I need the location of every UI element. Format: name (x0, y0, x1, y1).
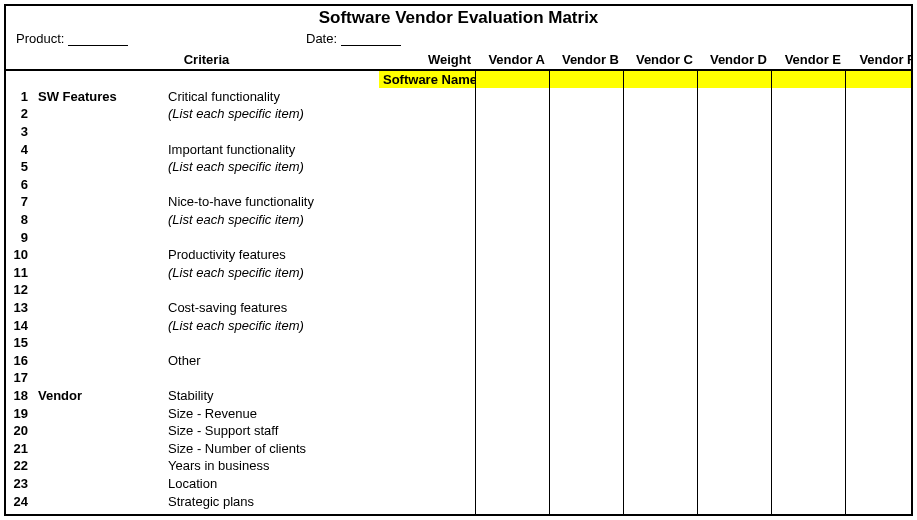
vendor-cell[interactable] (549, 281, 623, 299)
vendor-cell[interactable] (771, 228, 845, 246)
vendor-cell[interactable] (697, 158, 771, 176)
weight-cell[interactable] (379, 140, 475, 158)
vendor-cell[interactable] (771, 193, 845, 211)
vendor-cell[interactable] (697, 123, 771, 141)
vendor-cell[interactable] (845, 439, 913, 457)
vendor-cell[interactable] (623, 105, 697, 123)
vendor-cell[interactable] (475, 387, 549, 405)
vendor-cell[interactable] (845, 281, 913, 299)
vendor-cell[interactable] (771, 492, 845, 510)
vendor-cell[interactable] (771, 369, 845, 387)
vendor-cell[interactable] (623, 264, 697, 282)
vendor-cell[interactable] (549, 246, 623, 264)
vendor-cell[interactable] (771, 123, 845, 141)
vendor-cell[interactable] (475, 176, 549, 194)
software-name-vendor-e[interactable] (771, 70, 845, 88)
vendor-cell[interactable] (549, 88, 623, 106)
vendor-cell[interactable] (845, 352, 913, 370)
vendor-cell[interactable] (697, 246, 771, 264)
vendor-cell[interactable] (623, 123, 697, 141)
vendor-cell[interactable] (549, 404, 623, 422)
vendor-cell[interactable] (475, 369, 549, 387)
weight-cell[interactable] (379, 404, 475, 422)
weight-cell[interactable] (379, 176, 475, 194)
vendor-cell[interactable] (475, 105, 549, 123)
vendor-cell[interactable] (623, 211, 697, 229)
vendor-cell[interactable] (697, 264, 771, 282)
vendor-cell[interactable] (549, 105, 623, 123)
vendor-cell[interactable] (845, 105, 913, 123)
vendor-cell[interactable] (771, 176, 845, 194)
vendor-cell[interactable] (623, 492, 697, 510)
vendor-cell[interactable] (623, 387, 697, 405)
vendor-cell[interactable] (845, 123, 913, 141)
vendor-cell[interactable] (623, 140, 697, 158)
vendor-cell[interactable] (845, 404, 913, 422)
vendor-cell[interactable] (845, 246, 913, 264)
vendor-cell[interactable] (475, 475, 549, 493)
vendor-cell[interactable] (549, 510, 623, 516)
vendor-cell[interactable] (771, 299, 845, 317)
weight-cell[interactable] (379, 246, 475, 264)
vendor-cell[interactable] (475, 123, 549, 141)
vendor-cell[interactable] (623, 193, 697, 211)
vendor-cell[interactable] (771, 211, 845, 229)
vendor-cell[interactable] (623, 246, 697, 264)
vendor-cell[interactable] (549, 228, 623, 246)
vendor-cell[interactable] (697, 369, 771, 387)
vendor-cell[interactable] (845, 369, 913, 387)
vendor-cell[interactable] (697, 352, 771, 370)
vendor-cell[interactable] (771, 510, 845, 516)
vendor-cell[interactable] (845, 299, 913, 317)
vendor-cell[interactable] (623, 158, 697, 176)
vendor-cell[interactable] (475, 140, 549, 158)
vendor-cell[interactable] (845, 457, 913, 475)
vendor-cell[interactable] (697, 281, 771, 299)
vendor-cell[interactable] (549, 176, 623, 194)
vendor-cell[interactable] (771, 475, 845, 493)
vendor-cell[interactable] (845, 475, 913, 493)
vendor-cell[interactable] (549, 299, 623, 317)
vendor-cell[interactable] (697, 105, 771, 123)
vendor-cell[interactable] (845, 176, 913, 194)
vendor-cell[interactable] (771, 88, 845, 106)
vendor-cell[interactable] (845, 334, 913, 352)
vendor-cell[interactable] (549, 316, 623, 334)
vendor-cell[interactable] (475, 193, 549, 211)
vendor-cell[interactable] (475, 352, 549, 370)
vendor-cell[interactable] (549, 193, 623, 211)
weight-cell[interactable] (379, 299, 475, 317)
vendor-cell[interactable] (623, 404, 697, 422)
software-name-vendor-c[interactable] (623, 70, 697, 88)
vendor-cell[interactable] (475, 404, 549, 422)
vendor-cell[interactable] (475, 228, 549, 246)
weight-cell[interactable] (379, 439, 475, 457)
vendor-cell[interactable] (771, 387, 845, 405)
vendor-cell[interactable] (697, 404, 771, 422)
vendor-cell[interactable] (623, 369, 697, 387)
vendor-cell[interactable] (771, 334, 845, 352)
weight-cell[interactable] (379, 352, 475, 370)
vendor-cell[interactable] (771, 457, 845, 475)
vendor-cell[interactable] (845, 211, 913, 229)
vendor-cell[interactable] (771, 105, 845, 123)
vendor-cell[interactable] (549, 492, 623, 510)
vendor-cell[interactable] (697, 88, 771, 106)
date-value[interactable] (341, 30, 401, 46)
vendor-cell[interactable] (697, 228, 771, 246)
vendor-cell[interactable] (475, 246, 549, 264)
vendor-cell[interactable] (697, 387, 771, 405)
vendor-cell[interactable] (549, 264, 623, 282)
vendor-cell[interactable] (697, 475, 771, 493)
weight-cell[interactable] (379, 105, 475, 123)
vendor-cell[interactable] (623, 176, 697, 194)
vendor-cell[interactable] (771, 281, 845, 299)
vendor-cell[interactable] (845, 264, 913, 282)
vendor-cell[interactable] (623, 299, 697, 317)
vendor-cell[interactable] (549, 422, 623, 440)
vendor-cell[interactable] (475, 299, 549, 317)
vendor-cell[interactable] (771, 246, 845, 264)
vendor-cell[interactable] (697, 457, 771, 475)
vendor-cell[interactable] (697, 140, 771, 158)
vendor-cell[interactable] (697, 211, 771, 229)
